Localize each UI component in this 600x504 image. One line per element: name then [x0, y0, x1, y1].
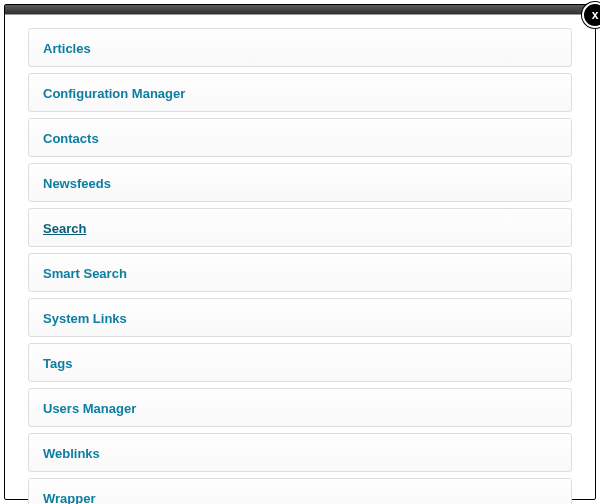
menu-item[interactable]: Users Manager [28, 388, 572, 427]
menu-item-label: Configuration Manager [43, 86, 185, 101]
menu-item-label: Newsfeeds [43, 176, 111, 191]
menu-type-list: ArticlesConfiguration ManagerContactsNew… [28, 28, 572, 484]
menu-item[interactable]: Contacts [28, 118, 572, 157]
menu-item[interactable]: Wrapper [28, 478, 572, 504]
menu-item-label: Wrapper [43, 491, 96, 504]
menu-item-label: Contacts [43, 131, 99, 146]
modal-header-bar [5, 5, 595, 14]
menu-item[interactable]: Configuration Manager [28, 73, 572, 112]
menu-item[interactable]: Newsfeeds [28, 163, 572, 202]
menu-item-label: Tags [43, 356, 72, 371]
menu-item[interactable]: Tags [28, 343, 572, 382]
menu-item-label: Search [43, 221, 86, 236]
menu-item[interactable]: Weblinks [28, 433, 572, 472]
close-icon: x [592, 8, 599, 22]
menu-item[interactable]: Smart Search [28, 253, 572, 292]
menu-item-label: Users Manager [43, 401, 136, 416]
menu-item-label: Weblinks [43, 446, 100, 461]
menu-item-label: System Links [43, 311, 127, 326]
menu-item[interactable]: System Links [28, 298, 572, 337]
menu-item-label: Articles [43, 41, 91, 56]
menu-item[interactable]: Search [28, 208, 572, 247]
menu-item[interactable]: Articles [28, 28, 572, 67]
menu-item-label: Smart Search [43, 266, 127, 281]
